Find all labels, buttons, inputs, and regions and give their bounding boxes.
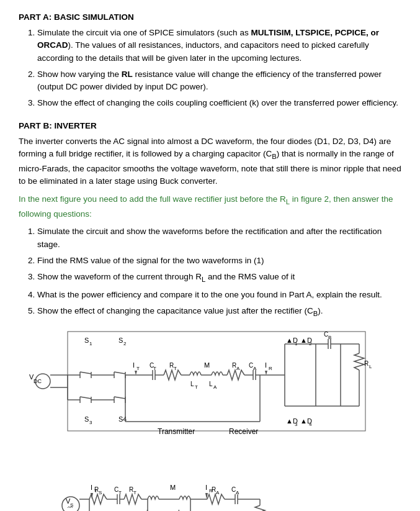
svg-text:M: M [170, 484, 176, 491]
svg-text:I: I [133, 361, 135, 369]
svg-text:4: 4 [309, 422, 312, 427]
part-a-list: Simulate the circuit via one of SPICE si… [37, 27, 401, 110]
part-b-list: Simulate the circuit and show the wavefo… [37, 225, 401, 319]
svg-text:I: I [205, 484, 207, 491]
svg-marker-34 [135, 371, 137, 375]
part-a-item-3: Show the effect of changing the coils co… [37, 97, 401, 109]
svg-text:I: I [91, 484, 92, 491]
svg-text:3: 3 [89, 420, 92, 425]
svg-text:Transmitter: Transmitter [158, 427, 195, 436]
svg-text:T: T [133, 490, 136, 495]
svg-text:A: A [216, 490, 220, 495]
svg-line-27 [114, 397, 125, 399]
part-b-title: PART B: INVERTER [19, 121, 401, 130]
svg-text:A: A [253, 366, 257, 371]
part-a-title: PART A: BASIC SIMULATION [19, 12, 401, 22]
svg-text:R: R [269, 366, 272, 371]
svg-text:T: T [153, 366, 156, 371]
part-a-section: PART A: BASIC SIMULATION Simulate the ci… [19, 12, 401, 110]
svg-line-10 [80, 372, 91, 374]
svg-text:I: I [265, 361, 267, 369]
svg-text:B: B [328, 335, 331, 340]
svg-text:1: 1 [89, 341, 92, 346]
svg-text:L: L [369, 364, 372, 369]
svg-text:L: L [146, 509, 150, 511]
svg-text:T: T [136, 366, 140, 371]
svg-line-22 [80, 397, 91, 399]
svg-text:DC: DC [34, 378, 42, 384]
svg-text:S: S [99, 490, 102, 495]
svg-text:S: S [118, 337, 123, 344]
circuit-diagram-1: V DC S 1 S 2 S 3 S4 [19, 325, 401, 450]
svg-text:M: M [204, 361, 210, 369]
part-b-section: PART B: INVERTER The inverter converts t… [19, 121, 401, 319]
svg-text:S: S [84, 337, 89, 344]
circuit-diagram-2: V S I T R S C T R T L T M [19, 456, 401, 511]
svg-text:R: R [364, 360, 369, 367]
part-a-item-2: Show how varying the RL resistance value… [37, 68, 401, 94]
svg-text:A: A [236, 490, 239, 495]
svg-text:L: L [209, 381, 213, 387]
svg-text:L: L [178, 509, 182, 511]
part-b-para1: The inverter converts the AC signal into… [19, 135, 401, 189]
part-b-item-2: Find the RMS value of the signal for the… [37, 255, 401, 267]
svg-text:T: T [118, 490, 122, 495]
svg-text:L: L [190, 381, 194, 387]
svg-text:T: T [195, 384, 198, 390]
part-b-item-4: What is the power efficiency and compare… [37, 289, 401, 301]
circuit-svg-1: V DC S 1 S 2 S 3 S4 [24, 325, 396, 450]
svg-text:A: A [213, 384, 217, 390]
svg-rect-0 [68, 332, 365, 431]
circuit-svg-2: V S I T R S C T R T L T M [49, 456, 372, 511]
svg-text:3: 3 [295, 422, 298, 427]
svg-text:A: A [236, 366, 240, 371]
svg-text:T: T [174, 366, 177, 371]
part-a-item-1: Simulate the circuit via one of SPICE si… [37, 27, 401, 65]
svg-text:Receiver: Receiver [229, 427, 258, 436]
svg-line-16 [114, 372, 125, 374]
part-b-item-5: Show the effect of changing the capacita… [37, 305, 401, 319]
part-b-item-3: Show the waveform of the current through… [37, 271, 401, 285]
svg-text:S: S [84, 415, 89, 423]
part-b-item-1: Simulate the circuit and show the wavefo… [37, 225, 401, 251]
part-b-para2: In the next figure you need to add the f… [19, 193, 401, 220]
svg-text:2: 2 [123, 341, 127, 346]
svg-marker-66 [265, 371, 267, 375]
